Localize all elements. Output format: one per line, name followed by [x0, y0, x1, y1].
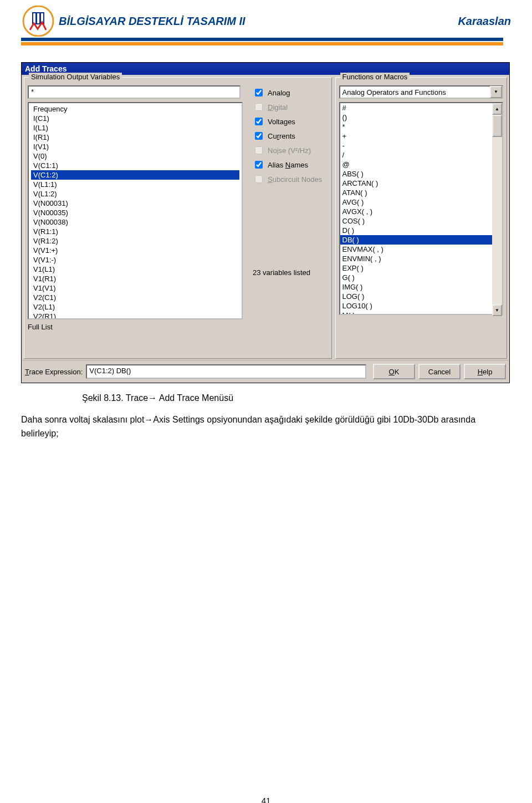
variable-item[interactable]: V(0)	[31, 151, 239, 161]
variable-item[interactable]: V(R1:1)	[31, 227, 239, 236]
university-logo-icon	[21, 6, 55, 37]
header-divider	[21, 38, 503, 45]
trace-expression-input[interactable]: V(C1:2) DB()	[86, 364, 366, 379]
noise-checkbox: Noise (V²/Hz)	[253, 143, 322, 157]
svg-rect-2	[33, 13, 35, 23]
simulation-output-group: Simulation Output Variables * FrequencyI…	[24, 77, 332, 359]
analog-checkbox-input[interactable]	[255, 89, 263, 96]
function-category-combo[interactable]: Analog Operators and Functions ▼	[339, 85, 503, 99]
body-paragraph: Daha sonra voltaj skalasını plot→Axis Se…	[21, 413, 511, 441]
simulation-output-legend: Simulation Output Variables	[29, 73, 122, 81]
subcircuit-checkbox: Subcircuit Nodes	[253, 172, 322, 186]
function-item[interactable]: ENVMIN( , )	[340, 254, 502, 263]
functions-group: Functions or Macros Analog Operators and…	[335, 77, 507, 359]
function-item[interactable]: EXP( )	[340, 263, 502, 273]
scroll-down-icon[interactable]: ▼	[492, 304, 502, 316]
function-item[interactable]: #	[340, 103, 502, 113]
doc-header: BİLGİSAYAR DESTEKLİ TASARIM II Karaaslan	[21, 6, 511, 37]
function-item[interactable]: ()	[340, 113, 502, 122]
function-item[interactable]: *	[340, 122, 502, 131]
doc-author: Karaaslan	[458, 15, 511, 28]
function-item[interactable]: DB( )	[340, 235, 502, 245]
functions-listbox[interactable]: #()*+-/@ABS( )ARCTAN( )ATAN( )AVG( )AVGX…	[339, 102, 503, 315]
scroll-up-icon[interactable]: ▲	[492, 103, 502, 115]
ok-button[interactable]: OK	[373, 364, 415, 379]
alias-checkbox-input[interactable]	[255, 161, 263, 169]
digital-checkbox: Digital	[253, 100, 322, 114]
digital-checkbox-input	[255, 103, 263, 111]
function-item[interactable]: COS( )	[340, 216, 502, 226]
subcircuit-checkbox-input	[255, 175, 263, 183]
function-item[interactable]: G( )	[340, 273, 502, 282]
variable-item[interactable]: V1(L1)	[31, 265, 239, 274]
function-item[interactable]: @	[340, 160, 502, 169]
function-item[interactable]: ABS( )	[340, 169, 502, 179]
function-item[interactable]: ENVMAX( , )	[340, 245, 502, 254]
variables-listbox[interactable]: FrequencyI(C1)I(L1)I(R1)I(V1)V(0)V(C1:1)…	[28, 102, 243, 319]
noise-checkbox-input	[255, 146, 263, 154]
variable-item[interactable]: V(L1:2)	[31, 189, 239, 199]
variable-item[interactable]: V(N00035)	[31, 208, 239, 217]
function-item[interactable]: D( )	[340, 226, 502, 235]
function-item[interactable]: LOG( )	[340, 292, 502, 301]
variable-item[interactable]: V(C1:2)	[31, 170, 239, 180]
analog-checkbox[interactable]: Analog	[253, 85, 322, 100]
scroll-track[interactable]	[492, 137, 502, 304]
variable-item[interactable]: V(N00038)	[31, 217, 239, 227]
full-list-label: Full List	[28, 323, 243, 331]
function-category-value: Analog Operators and Functions	[340, 88, 490, 96]
function-item[interactable]: AVGX( , )	[340, 207, 502, 216]
function-item[interactable]: +	[340, 131, 502, 141]
variable-item[interactable]: V(R1:2)	[31, 236, 239, 246]
voltages-checkbox[interactable]: Voltages	[253, 114, 322, 129]
variable-item[interactable]: V2(L1)	[31, 302, 239, 312]
function-item[interactable]: IMG( )	[340, 282, 502, 292]
variable-item[interactable]: V(C1:1)	[31, 161, 239, 170]
function-item[interactable]: ATAN( )	[340, 188, 502, 197]
function-item[interactable]: -	[340, 141, 502, 150]
page-number: 41	[21, 796, 511, 803]
variable-item[interactable]: V1(R1)	[31, 274, 239, 283]
variable-item[interactable]: Frequency	[31, 104, 239, 114]
variable-item[interactable]: V2(R1)	[31, 312, 239, 319]
cancel-button[interactable]: Cancel	[418, 364, 461, 379]
variable-count-status: 23 variables listed	[253, 268, 322, 277]
function-item[interactable]: AVG( )	[340, 197, 502, 207]
add-traces-dialog: Add Traces Simulation Output Variables *…	[21, 62, 510, 383]
currents-checkbox-input[interactable]	[255, 132, 263, 140]
alias-checkbox[interactable]: Alias Names	[253, 157, 322, 172]
variable-item[interactable]: I(V1)	[31, 142, 239, 151]
figure-caption: Şekil 8.13. Trace→ Add Trace Menüsü	[82, 393, 511, 403]
variable-item[interactable]: V2(C1)	[31, 293, 239, 302]
help-button[interactable]: Help	[464, 364, 506, 379]
chevron-down-icon[interactable]: ▼	[490, 86, 502, 98]
scroll-thumb[interactable]	[492, 115, 502, 137]
variable-item[interactable]: V(V1:+)	[31, 246, 239, 255]
svg-rect-3	[37, 13, 39, 23]
function-item[interactable]: M( )	[340, 311, 502, 315]
variable-item[interactable]: V(L1:1)	[31, 180, 239, 189]
functions-legend: Functions or Macros	[340, 73, 410, 81]
function-item[interactable]: ARCTAN( )	[340, 179, 502, 188]
variable-item[interactable]: I(L1)	[31, 123, 239, 133]
trace-expression-label: Trace Expression:	[25, 368, 83, 376]
variable-item[interactable]: V1(V1)	[31, 283, 239, 293]
function-item[interactable]: /	[340, 150, 502, 160]
function-item[interactable]: LOG10( )	[340, 301, 502, 311]
dialog-title: Add Traces	[25, 64, 66, 73]
variable-item[interactable]: I(R1)	[31, 133, 239, 142]
doc-title: BİLGİSAYAR DESTEKLİ TASARIM II	[59, 15, 245, 28]
functions-scrollbar[interactable]: ▲ ▼	[492, 103, 502, 316]
variable-filter-input[interactable]: *	[28, 85, 241, 99]
voltages-checkbox-input[interactable]	[255, 118, 263, 125]
variable-item[interactable]: I(C1)	[31, 114, 239, 123]
variable-item[interactable]: V(V1:-)	[31, 255, 239, 265]
currents-checkbox[interactable]: Currents	[253, 129, 322, 143]
dialog-footer: Trace Expression: V(C1:2) DB() OK Cancel…	[22, 360, 509, 383]
variable-item[interactable]: V(N00031)	[31, 199, 239, 208]
